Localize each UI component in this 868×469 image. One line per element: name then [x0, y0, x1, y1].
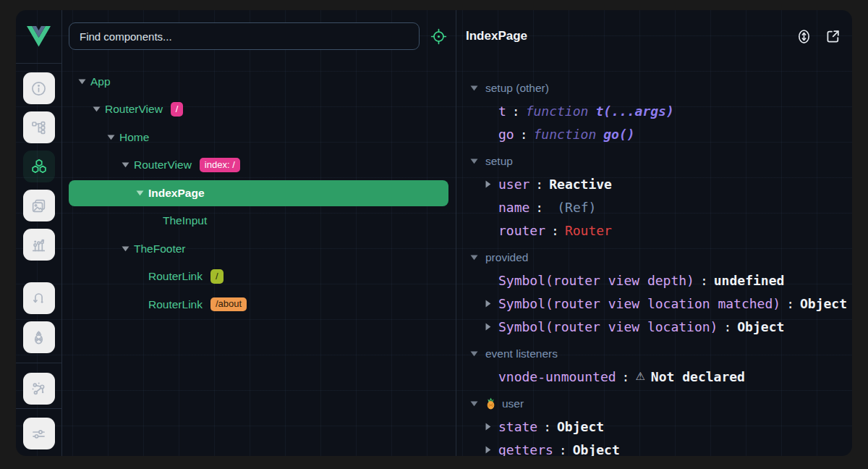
activity-item-inspector[interactable]	[23, 229, 55, 261]
activity-item-settings[interactable]	[23, 418, 55, 449]
expand-arrow-icon[interactable]	[93, 106, 105, 112]
section-label: setup	[485, 155, 513, 168]
function-keyword: function	[526, 103, 589, 119]
state-key: user	[498, 177, 529, 192]
tree-row-indexpage[interactable]: IndexPage	[69, 180, 448, 206]
levels-icon	[30, 237, 47, 253]
component-name: RouterView	[134, 159, 192, 172]
key-value-separator: :	[786, 296, 794, 311]
scroll-lock-icon	[796, 28, 812, 46]
locate-target-icon	[430, 28, 447, 45]
activity-item-pinia[interactable]	[23, 321, 55, 353]
state-section-header-event-listeners[interactable]: event listeners	[456, 342, 852, 365]
route-badge: /	[171, 102, 184, 117]
section-label: setup (other)	[485, 82, 549, 95]
component-name: Home	[119, 131, 149, 144]
scroll-lock-button[interactable]	[796, 28, 812, 46]
state-section-header-setup-other-[interactable]: setup (other)	[456, 77, 852, 99]
warning-icon: ⚠	[635, 370, 644, 383]
state-row-user[interactable]: user:Reactive	[456, 172, 852, 195]
activity-item-pages[interactable]	[23, 111, 55, 143]
state-value: Object	[557, 419, 604, 434]
state-key: vnode-unmounted	[498, 369, 616, 384]
state-value: Object	[737, 319, 784, 334]
state-key: name	[498, 200, 529, 215]
expand-arrow-icon[interactable]	[122, 246, 134, 252]
expand-arrow-icon[interactable]	[107, 135, 119, 140]
state-row-getters[interactable]: getters:Object	[456, 438, 852, 456]
pinia-icon	[30, 329, 47, 346]
expand-arrow-icon[interactable]	[122, 162, 134, 168]
section-label: provided	[485, 251, 528, 264]
function-signature: go()	[603, 127, 634, 142]
state-key: go	[498, 127, 514, 142]
tree-row-app[interactable]: App	[69, 69, 448, 95]
pinia-store-icon	[485, 397, 496, 410]
component-name: TheInput	[163, 214, 207, 227]
activity-bar	[16, 10, 62, 456]
tree-row-routerlink-[interactable]: RouterLink/	[69, 263, 448, 290]
state-row-state[interactable]: state:Object	[456, 415, 852, 438]
components-toolbar	[62, 10, 456, 62]
state-key: Symbol(router view location matched)	[498, 296, 780, 311]
locate-component-button[interactable]	[427, 25, 449, 47]
expand-arrow-icon[interactable]	[485, 446, 498, 454]
function-keyword: function	[534, 127, 597, 142]
tree-row-routerlink-about[interactable]: RouterLink/about	[69, 292, 448, 318]
expand-arrow-icon[interactable]	[136, 190, 148, 196]
expand-arrow-icon[interactable]	[78, 79, 90, 85]
assets-icon	[30, 198, 47, 214]
state-key: router	[498, 223, 545, 238]
state-value: Not declared	[651, 369, 745, 384]
component-name: TheFooter	[134, 242, 186, 255]
state-key: Symbol(router view location)	[498, 319, 718, 334]
expand-arrow-icon[interactable]	[485, 423, 498, 431]
inspector-panel: IndexPage	[456, 10, 852, 456]
activity-item-assets[interactable]	[23, 190, 55, 221]
key-value-separator: :	[543, 419, 551, 434]
devtools-window: AppRouterView/HomeRouterViewindex: /Inde…	[16, 10, 852, 456]
router-icon	[30, 290, 47, 307]
key-value-separator: :	[535, 177, 543, 192]
tree-row-home[interactable]: Home	[69, 124, 448, 151]
state-row-router: router:Router	[456, 219, 852, 242]
graph-icon	[30, 381, 47, 397]
expand-arrow-icon[interactable]	[485, 180, 498, 188]
key-value-separator: :	[535, 200, 543, 215]
function-signature: t(...args)	[595, 103, 673, 119]
activity-item-graph[interactable]	[23, 373, 55, 405]
state-row-go: go:functiongo()	[456, 122, 852, 145]
tree-row-thefooter[interactable]: TheFooter	[69, 236, 448, 262]
activity-item-overview[interactable]	[23, 72, 55, 104]
state-value: Object	[573, 442, 620, 457]
state-value: Object	[800, 296, 847, 311]
state-row-symbol-router-view-location-matched-[interactable]: Symbol(router view location matched):Obj…	[456, 292, 852, 315]
activity-bar-bottom	[16, 408, 61, 456]
tree-row-routerview-[interactable]: RouterView/	[69, 96, 448, 122]
state-key: Symbol(router view depth)	[498, 273, 694, 288]
inspected-component-title: IndexPage	[466, 29, 527, 43]
state-section-header-setup[interactable]: setup	[456, 150, 852, 172]
open-in-editor-button[interactable]	[825, 28, 841, 45]
expand-arrow-icon[interactable]	[485, 323, 498, 331]
state-section-header-provided[interactable]: provided	[456, 246, 852, 269]
state-value: Router	[565, 223, 612, 238]
state-row-vnode-unmounted: vnode-unmounted:⚠Not declared	[456, 365, 852, 388]
search-input[interactable]	[69, 22, 420, 50]
collapse-arrow-icon	[470, 401, 478, 407]
state-row-symbol-router-view-depth-: Symbol(router view depth):undefined	[456, 269, 852, 292]
state-section-header-user[interactable]: user	[456, 392, 852, 415]
open-in-editor-icon	[825, 28, 841, 45]
activity-item-components[interactable]	[23, 151, 55, 182]
ref-type-tag: (Ref)	[557, 200, 596, 215]
tree-row-theinput[interactable]: TheInput	[69, 208, 448, 234]
state-row-symbol-router-view-location-[interactable]: Symbol(router view location):Object	[456, 315, 852, 338]
key-value-separator: :	[723, 319, 731, 334]
expand-arrow-icon[interactable]	[485, 300, 498, 308]
activity-bar-divider	[16, 363, 62, 363]
component-name: IndexPage	[148, 187, 205, 200]
key-value-separator: :	[559, 442, 567, 457]
activity-item-router[interactable]	[23, 282, 55, 314]
tree-row-routerview-index[interactable]: RouterViewindex: /	[69, 152, 448, 178]
state-row-name: name:(Ref)	[456, 195, 852, 219]
